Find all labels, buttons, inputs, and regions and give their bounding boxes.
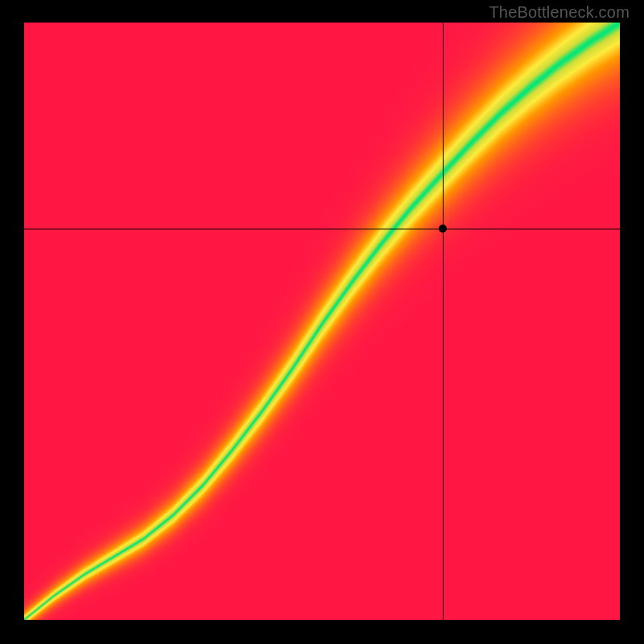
crosshair-vertical (443, 23, 444, 620)
heatmap-plot (24, 23, 620, 620)
watermark-text: TheBottleneck.com (489, 3, 630, 22)
heatmap-canvas (24, 23, 620, 620)
crosshair-marker (439, 225, 447, 233)
crosshair-horizontal (24, 229, 620, 229)
